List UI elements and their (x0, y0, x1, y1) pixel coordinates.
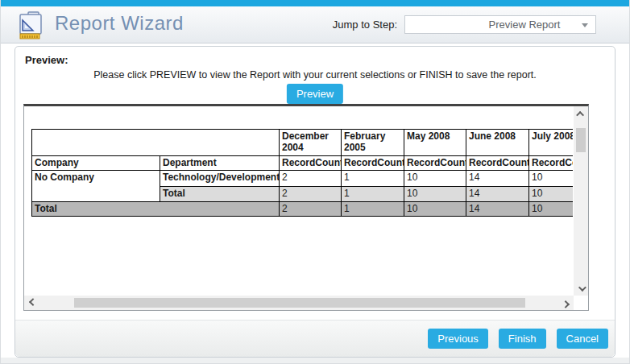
jump-to-step-group: Jump to Step: Preview Report (333, 15, 596, 34)
month-header: June 2008 (466, 130, 529, 156)
value-cell: 10 (529, 187, 574, 202)
recordcount-header: RecordCount (466, 156, 529, 171)
page-title: Report Wizard (55, 12, 184, 35)
recordcount-header: RecordCount (342, 156, 404, 171)
scroll-down-button[interactable] (574, 281, 588, 296)
recordcount-header: RecordCount (280, 156, 342, 171)
preview-table: December 2004 February 2005 May 2008 Jun… (31, 129, 573, 217)
department-cell: Technology/Development (160, 171, 280, 187)
report-preview-viewport: December 2004 February 2005 May 2008 Jun… (23, 104, 589, 311)
recordcount-header: RecordCount (404, 156, 466, 171)
value-cell: 2 (280, 171, 342, 187)
jump-to-step-dropdown[interactable]: Preview Report (404, 15, 596, 34)
preview-button[interactable]: Preview (287, 84, 343, 104)
table-row: No Company Technology/Development 2 1 10… (32, 171, 574, 187)
window-bottom-edge (0, 358, 630, 364)
value-cell: 14 (466, 202, 529, 217)
scroll-up-button[interactable] (574, 106, 588, 121)
chevron-right-icon (562, 300, 570, 308)
month-header: February 2005 (342, 130, 404, 156)
corner-cell (32, 130, 280, 156)
jump-to-step-value: Preview Report (441, 19, 561, 31)
company-cell: No Company (32, 171, 160, 202)
table-header-months-row: December 2004 February 2005 May 2008 Jun… (32, 130, 574, 156)
month-header: July 2008 (529, 130, 574, 156)
top-accent-bar (0, 0, 630, 6)
horizontal-scrollbar-thumb[interactable] (74, 298, 525, 308)
finish-button[interactable]: Finish (499, 329, 546, 349)
chevron-down-icon (578, 283, 586, 292)
recordcount-header: RecordCount (529, 156, 574, 171)
month-header: May 2008 (404, 130, 466, 156)
wizard-header: Report Wizard Jump to Step: Preview Repo… (0, 6, 630, 43)
report-table-container: December 2004 February 2005 May 2008 Jun… (31, 129, 573, 219)
preview-instruction-text: Please click PREVIEW to view the Report … (15, 69, 615, 81)
horizontal-scrollbar[interactable] (24, 296, 574, 310)
report-wizard-icon (16, 9, 47, 44)
chevron-up-icon (576, 110, 584, 118)
preview-section-label: Preview: (25, 54, 68, 66)
department-total-cell: Total (160, 187, 280, 202)
value-cell: 2 (280, 202, 342, 217)
value-cell: 10 (404, 202, 466, 217)
company-header: Company (32, 156, 160, 171)
value-cell: 1 (342, 202, 404, 217)
grand-total-cell: Total (32, 202, 280, 217)
value-cell: 14 (466, 171, 529, 187)
jump-to-step-label: Jump to Step: (333, 19, 397, 31)
scroll-left-button[interactable] (24, 296, 39, 310)
table-header-fields-row: Company Department RecordCount RecordCou… (32, 156, 574, 171)
vertical-scrollbar-thumb[interactable] (576, 128, 586, 152)
wizard-footer: Previous Finish Cancel (15, 320, 615, 357)
value-cell: 10 (404, 187, 466, 202)
value-cell: 10 (404, 171, 466, 187)
table-row-grand-total: Total 2 1 10 14 10 (32, 202, 574, 217)
chevron-left-icon (28, 298, 36, 306)
month-header: December 2004 (280, 130, 342, 156)
cancel-button[interactable]: Cancel (557, 329, 608, 349)
wizard-content-panel: Preview: Please click PREVIEW to view th… (15, 46, 615, 358)
value-cell: 1 (342, 187, 404, 202)
chevron-down-icon (582, 23, 588, 27)
department-header: Department (160, 156, 280, 171)
previous-button[interactable]: Previous (428, 329, 488, 349)
scroll-right-button[interactable] (559, 296, 574, 310)
value-cell: 10 (529, 171, 574, 187)
value-cell: 2 (280, 187, 342, 202)
value-cell: 1 (342, 171, 404, 187)
vertical-scrollbar[interactable] (574, 106, 588, 296)
value-cell: 10 (529, 202, 574, 217)
value-cell: 14 (466, 187, 529, 202)
